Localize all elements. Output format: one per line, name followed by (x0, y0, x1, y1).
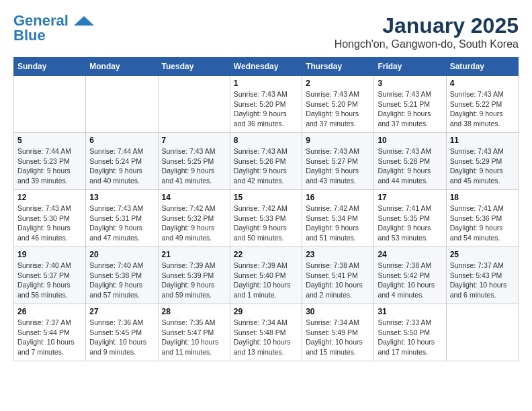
main-title: January 2025 (335, 13, 519, 38)
calendar-cell: 29Sunrise: 7:34 AM Sunset: 5:48 PM Dayli… (230, 304, 302, 361)
logo-text: General (13, 13, 94, 28)
day-info: Sunrise: 7:41 AM Sunset: 5:35 PM Dayligh… (378, 203, 442, 243)
calendar-cell (446, 304, 518, 361)
day-info: Sunrise: 7:35 AM Sunset: 5:47 PM Dayligh… (162, 318, 226, 357)
day-number: 28 (162, 307, 226, 316)
calendar-cell: 23Sunrise: 7:38 AM Sunset: 5:41 PM Dayli… (302, 247, 374, 304)
day-info: Sunrise: 7:43 AM Sunset: 5:25 PM Dayligh… (162, 146, 226, 186)
calendar-cell: 28Sunrise: 7:35 AM Sunset: 5:47 PM Dayli… (158, 304, 230, 361)
day-info: Sunrise: 7:34 AM Sunset: 5:49 PM Dayligh… (306, 318, 370, 357)
calendar-cell (86, 76, 158, 133)
day-info: Sunrise: 7:40 AM Sunset: 5:38 PM Dayligh… (89, 261, 154, 300)
day-number: 8 (234, 136, 298, 145)
calendar-day-header: Sunday (14, 58, 86, 76)
day-info: Sunrise: 7:39 AM Sunset: 5:39 PM Dayligh… (162, 261, 226, 300)
day-number: 23 (306, 250, 370, 259)
calendar-week-row: 26Sunrise: 7:37 AM Sunset: 5:44 PM Dayli… (14, 304, 519, 361)
day-info: Sunrise: 7:42 AM Sunset: 5:32 PM Dayligh… (162, 203, 226, 243)
calendar-cell: 25Sunrise: 7:37 AM Sunset: 5:43 PM Dayli… (446, 247, 518, 304)
calendar-cell: 18Sunrise: 7:41 AM Sunset: 5:36 PM Dayli… (446, 190, 518, 247)
day-info: Sunrise: 7:34 AM Sunset: 5:48 PM Dayligh… (234, 318, 298, 357)
calendar-cell: 20Sunrise: 7:40 AM Sunset: 5:38 PM Dayli… (86, 247, 158, 304)
calendar-cell: 15Sunrise: 7:42 AM Sunset: 5:33 PM Dayli… (230, 190, 302, 247)
calendar-day-header: Friday (374, 58, 446, 76)
day-number: 9 (306, 136, 370, 145)
calendar-day-header: Wednesday (230, 58, 302, 76)
day-number: 1 (234, 79, 298, 88)
calendar-week-row: 5Sunrise: 7:44 AM Sunset: 5:23 PM Daylig… (14, 133, 519, 190)
day-number: 25 (450, 250, 515, 259)
day-info: Sunrise: 7:41 AM Sunset: 5:36 PM Dayligh… (450, 203, 515, 243)
calendar-day-header: Thursday (302, 58, 374, 76)
day-number: 31 (378, 307, 442, 316)
calendar-day-header: Monday (86, 58, 158, 76)
calendar-cell: 5Sunrise: 7:44 AM Sunset: 5:23 PM Daylig… (14, 133, 86, 190)
logo: General Blue (13, 13, 94, 43)
day-number: 27 (89, 307, 154, 316)
day-number: 17 (378, 193, 442, 202)
page-header: General Blue January 2025 Hongch'on, Gan… (13, 13, 519, 50)
day-number: 26 (17, 307, 82, 316)
calendar-table: SundayMondayTuesdayWednesdayThursdayFrid… (13, 57, 519, 361)
calendar-cell: 27Sunrise: 7:36 AM Sunset: 5:45 PM Dayli… (86, 304, 158, 361)
calendar-cell: 22Sunrise: 7:39 AM Sunset: 5:40 PM Dayli… (230, 247, 302, 304)
day-info: Sunrise: 7:43 AM Sunset: 5:31 PM Dayligh… (89, 203, 154, 243)
day-number: 20 (89, 250, 154, 259)
calendar-cell: 4Sunrise: 7:43 AM Sunset: 5:22 PM Daylig… (446, 76, 518, 133)
day-number: 24 (378, 250, 442, 259)
calendar-cell: 13Sunrise: 7:43 AM Sunset: 5:31 PM Dayli… (86, 190, 158, 247)
day-number: 6 (89, 136, 154, 145)
calendar-cell: 2Sunrise: 7:43 AM Sunset: 5:20 PM Daylig… (302, 76, 374, 133)
day-info: Sunrise: 7:43 AM Sunset: 5:28 PM Dayligh… (378, 146, 442, 186)
day-number: 18 (450, 193, 515, 202)
day-number: 10 (378, 136, 442, 145)
calendar-cell: 8Sunrise: 7:43 AM Sunset: 5:26 PM Daylig… (230, 133, 302, 190)
calendar-cell: 31Sunrise: 7:33 AM Sunset: 5:50 PM Dayli… (374, 304, 446, 361)
calendar-cell: 14Sunrise: 7:42 AM Sunset: 5:32 PM Dayli… (158, 190, 230, 247)
day-info: Sunrise: 7:36 AM Sunset: 5:45 PM Dayligh… (89, 318, 154, 357)
day-number: 12 (17, 193, 82, 202)
calendar-cell: 16Sunrise: 7:42 AM Sunset: 5:34 PM Dayli… (302, 190, 374, 247)
calendar-cell (158, 76, 230, 133)
day-info: Sunrise: 7:39 AM Sunset: 5:40 PM Dayligh… (234, 261, 298, 300)
calendar-cell: 30Sunrise: 7:34 AM Sunset: 5:49 PM Dayli… (302, 304, 374, 361)
calendar-week-row: 12Sunrise: 7:43 AM Sunset: 5:30 PM Dayli… (14, 190, 519, 247)
logo-arrow-icon (74, 16, 94, 26)
calendar-week-row: 1Sunrise: 7:43 AM Sunset: 5:20 PM Daylig… (14, 76, 519, 133)
day-number: 4 (450, 79, 515, 88)
calendar-cell: 12Sunrise: 7:43 AM Sunset: 5:30 PM Dayli… (14, 190, 86, 247)
calendar-cell: 11Sunrise: 7:43 AM Sunset: 5:29 PM Dayli… (446, 133, 518, 190)
day-info: Sunrise: 7:43 AM Sunset: 5:29 PM Dayligh… (450, 146, 515, 186)
day-info: Sunrise: 7:38 AM Sunset: 5:41 PM Dayligh… (306, 261, 370, 300)
day-info: Sunrise: 7:38 AM Sunset: 5:42 PM Dayligh… (378, 261, 442, 300)
day-info: Sunrise: 7:43 AM Sunset: 5:21 PM Dayligh… (378, 89, 442, 129)
day-number: 3 (378, 79, 442, 88)
day-number: 13 (89, 193, 154, 202)
calendar-cell (14, 76, 86, 133)
day-info: Sunrise: 7:43 AM Sunset: 5:26 PM Dayligh… (234, 146, 298, 186)
day-number: 16 (306, 193, 370, 202)
day-info: Sunrise: 7:43 AM Sunset: 5:30 PM Dayligh… (17, 203, 82, 243)
calendar-cell: 17Sunrise: 7:41 AM Sunset: 5:35 PM Dayli… (374, 190, 446, 247)
day-info: Sunrise: 7:44 AM Sunset: 5:23 PM Dayligh… (17, 146, 82, 186)
day-info: Sunrise: 7:43 AM Sunset: 5:22 PM Dayligh… (450, 89, 515, 129)
day-number: 22 (234, 250, 298, 259)
day-info: Sunrise: 7:40 AM Sunset: 5:37 PM Dayligh… (17, 261, 82, 300)
calendar-header-row: SundayMondayTuesdayWednesdayThursdayFrid… (14, 58, 519, 76)
day-number: 7 (162, 136, 226, 145)
calendar-day-header: Saturday (446, 58, 518, 76)
day-info: Sunrise: 7:42 AM Sunset: 5:33 PM Dayligh… (234, 203, 298, 243)
day-info: Sunrise: 7:37 AM Sunset: 5:43 PM Dayligh… (450, 261, 515, 300)
day-info: Sunrise: 7:42 AM Sunset: 5:34 PM Dayligh… (306, 203, 370, 243)
calendar-cell: 24Sunrise: 7:38 AM Sunset: 5:42 PM Dayli… (374, 247, 446, 304)
day-info: Sunrise: 7:44 AM Sunset: 5:24 PM Dayligh… (89, 146, 154, 186)
day-info: Sunrise: 7:37 AM Sunset: 5:44 PM Dayligh… (17, 318, 82, 357)
day-info: Sunrise: 7:43 AM Sunset: 5:20 PM Dayligh… (306, 89, 370, 129)
day-info: Sunrise: 7:33 AM Sunset: 5:50 PM Dayligh… (378, 318, 442, 357)
calendar-cell: 19Sunrise: 7:40 AM Sunset: 5:37 PM Dayli… (14, 247, 86, 304)
title-block: January 2025 Hongch'on, Gangwon-do, Sout… (335, 13, 519, 50)
day-number: 14 (162, 193, 226, 202)
day-number: 11 (450, 136, 515, 145)
day-number: 2 (306, 79, 370, 88)
day-number: 30 (306, 307, 370, 316)
